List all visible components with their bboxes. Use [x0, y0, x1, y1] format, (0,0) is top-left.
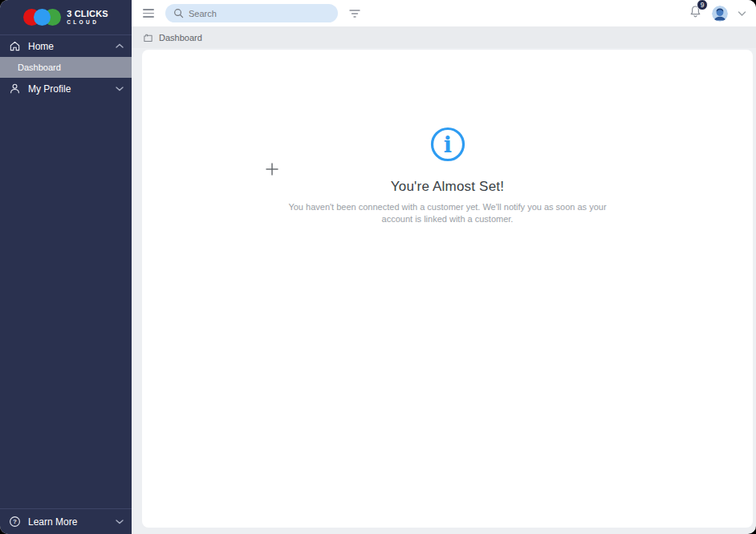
- chevron-up-icon: [116, 43, 124, 49]
- sidebar-item-label: Learn More: [28, 516, 77, 528]
- logo-circles-icon: [23, 9, 61, 26]
- sidebar-item-home[interactable]: Home: [0, 35, 132, 57]
- topbar-right: 9: [689, 5, 746, 22]
- search-box[interactable]: [165, 4, 338, 22]
- sidebar-spacer: [0, 99, 132, 508]
- chevron-down-icon: [116, 519, 124, 524]
- sidebar-subitem-label: Dashboard: [18, 63, 61, 72]
- notification-count-badge: 9: [697, 0, 708, 10]
- dashboard-card: i You're Almost Set! You haven't been co…: [142, 50, 753, 528]
- hamburger-menu-icon[interactable]: [141, 7, 156, 19]
- empty-state-description: You haven't been connected with a custom…: [287, 201, 608, 225]
- app-logo[interactable]: 3 CLICKS CLOUD: [0, 0, 132, 35]
- svg-text:?: ?: [13, 518, 17, 525]
- home-icon: [143, 32, 153, 42]
- topbar: 9: [132, 0, 756, 26]
- main-area: 9 Dashboard: [132, 0, 756, 534]
- filter-icon[interactable]: [348, 7, 362, 20]
- svg-text:i: i: [443, 132, 451, 157]
- breadcrumb-label[interactable]: Dashboard: [159, 33, 202, 42]
- info-icon: i: [429, 126, 466, 163]
- sidebar-item-my-profile[interactable]: My Profile: [0, 78, 132, 99]
- logo-text: 3 CLICKS CLOUD: [67, 10, 108, 26]
- help-icon: ?: [8, 516, 21, 528]
- logo-line1: 3 CLICKS: [67, 10, 108, 18]
- sidebar-nav: Home Dashboard My Profile: [0, 35, 132, 99]
- empty-state-title: You're Almost Set!: [391, 179, 504, 195]
- search-input[interactable]: [189, 9, 330, 18]
- search-icon: [173, 8, 184, 18]
- content-area: i You're Almost Set! You haven't been co…: [132, 48, 756, 534]
- plus-icon[interactable]: [264, 161, 280, 180]
- breadcrumb: Dashboard: [132, 26, 756, 48]
- person-icon: [8, 83, 21, 95]
- home-icon: [8, 40, 21, 53]
- avatar[interactable]: [712, 6, 728, 22]
- chevron-down-icon: [116, 86, 124, 91]
- app-window: 3 CLICKS CLOUD Home Dashboard: [0, 0, 756, 534]
- empty-state: i You're Almost Set! You haven't been co…: [279, 126, 616, 225]
- sidebar-item-dashboard[interactable]: Dashboard: [0, 57, 132, 78]
- sidebar: 3 CLICKS CLOUD Home Dashboard: [0, 0, 132, 534]
- logo-line2: CLOUD: [67, 20, 108, 26]
- notifications-button[interactable]: 9: [689, 5, 702, 22]
- chevron-down-icon[interactable]: [738, 10, 746, 17]
- sidebar-item-label: My Profile: [28, 83, 71, 95]
- sidebar-item-label: Home: [28, 41, 54, 52]
- logo-blue-circle: [34, 9, 51, 26]
- sidebar-item-learn-more[interactable]: ? Learn More: [0, 508, 132, 534]
